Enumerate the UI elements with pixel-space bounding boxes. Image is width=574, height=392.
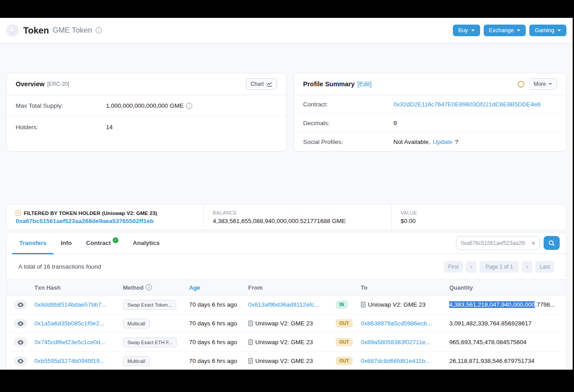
table-row: 0x8dd8b8514bdae57bb7... Swap Exact Token… — [7, 295, 566, 314]
from-contract-name: Uniswap V2: GME 23 — [248, 320, 336, 327]
method-info-icon[interactable]: i — [146, 284, 152, 291]
exchange-button[interactable]: Exchange — [484, 25, 526, 36]
decimals-value: 9 — [393, 120, 397, 126]
max-supply-row: Max Total Supply: 1,000,000,000,000,000 … — [7, 95, 286, 117]
buy-button-label: Buy — [458, 27, 468, 34]
holders-value: 14 — [106, 124, 113, 131]
contract-address-link[interactable]: 0x32dD2E116c7647E0E89603Df221dC6E8B5DDE4… — [393, 101, 540, 108]
col-method-header: Method — [123, 284, 144, 291]
transfers-card: Transfers Info Contract ✓ Analytics × — [6, 232, 566, 370]
buy-button[interactable]: Buy — [453, 25, 480, 36]
overview-card-header: Overview [ERC-20] Chart — [7, 73, 286, 95]
pagination-first-button[interactable]: First — [444, 261, 463, 273]
tab-transfers[interactable]: Transfers — [12, 232, 54, 254]
header-actions: Buy Exchange Gaming — [453, 25, 566, 36]
chevron-down-icon — [557, 30, 561, 31]
page-title: Token — [23, 25, 49, 36]
transfers-table: Txn Hash Method i Age From To Quantity — [7, 279, 566, 370]
transactions-count-text: A total of 16 transactions found — [18, 263, 101, 270]
eye-icon[interactable] — [14, 337, 27, 347]
tab-contract[interactable]: Contract ✓ — [79, 232, 126, 254]
chevron-down-icon — [517, 30, 520, 31]
eye-icon[interactable] — [14, 319, 27, 328]
supply-info-icon[interactable]: i — [186, 103, 192, 109]
page-header: Token GME Token i Buy Exchange Gaming — [0, 18, 573, 43]
filter-holder-section: ▾ FILTERED BY TOKEN HOLDER (Uniswap V2: … — [7, 205, 203, 230]
value-amount: $0.00 — [401, 218, 557, 224]
table-header-row: Txn Hash Method i Age From To Quantity — [7, 279, 566, 295]
summary-cards: Overview [ERC-20] Chart Max — [6, 73, 566, 152]
chevron-down-icon — [549, 83, 552, 85]
document-icon — [248, 358, 253, 364]
age-value: 70 days 6 hrs ago — [189, 301, 248, 308]
txn-hash-link[interactable]: 0x745cdf6ef23e5c1ce0d... — [34, 339, 123, 346]
chart-button[interactable]: Chart — [246, 78, 277, 90]
from-address-link[interactable]: 0x613af9bd36ad9112efc... — [248, 301, 336, 308]
search-button[interactable] — [544, 236, 560, 250]
tab-transfers-label: Transfers — [19, 240, 46, 246]
quantity-value: 26,118,871,938,546.679751734 — [449, 358, 566, 364]
to-contract-name: Uniswap V2: GME 23 — [361, 301, 449, 308]
direction-out-badge: OUT — [336, 357, 353, 365]
social-profiles-row: Social Profiles: Not Available, Update ? — [294, 133, 566, 151]
method-badge[interactable]: Swap Exact ETH F... — [123, 337, 177, 347]
txn-hash-link[interactable]: 0x8dd8b8514bdae57bb7... — [34, 301, 123, 308]
method-badge[interactable]: Multicall — [123, 356, 150, 366]
eye-icon[interactable] — [14, 300, 27, 309]
search-icon — [549, 240, 555, 246]
pagination-next-button[interactable]: › — [522, 261, 532, 273]
pagination-last-button[interactable]: Last — [535, 261, 554, 273]
method-badge[interactable]: Multicall — [123, 319, 150, 329]
from-contract-name: Uniswap V2: GME 23 — [248, 358, 336, 364]
filtered-holder-address-link[interactable]: 0xa67bc51561aef523aa268de9aea53765502ff1… — [16, 218, 194, 224]
direction-out-badge: OUT — [336, 319, 353, 328]
token-reputation-icon[interactable] — [518, 81, 524, 88]
col-to-header: To — [361, 284, 449, 291]
token-info-icon[interactable]: i — [96, 27, 102, 34]
more-button[interactable]: More — [529, 78, 557, 90]
erc20-badge: [ERC-20] — [47, 81, 69, 87]
tab-info[interactable]: Info — [54, 232, 79, 254]
txn-hash-link[interactable]: 0x1a5a6d35b085c1f0e2... — [34, 320, 123, 327]
gaming-button[interactable]: Gaming — [529, 25, 566, 36]
quantity-value: 4,383,561,218,047,940,000,000.7798... — [449, 301, 566, 308]
document-icon — [248, 320, 253, 326]
chevron-down-icon — [471, 30, 475, 31]
filter-title: FILTERED BY TOKEN HOLDER (Uniswap V2: GM… — [24, 211, 157, 216]
tab-analytics[interactable]: Analytics — [126, 232, 167, 254]
contract-verified-icon: ✓ — [113, 237, 118, 243]
document-icon — [361, 302, 366, 308]
to-address-link[interactable]: 0x8638979a5cd5986ecb... — [361, 320, 449, 327]
search-clear-button[interactable]: × — [527, 236, 540, 249]
to-address-link[interactable]: 0x687dc8d66fd81e411b... — [361, 358, 449, 364]
balance-value: 4,383,561,655,088,940,000,000.521771688 … — [213, 218, 382, 224]
table-row: 0xb5595d3274b0949f19... Multicall 70 day… — [7, 352, 566, 370]
filter-icon: ▾ — [16, 211, 21, 216]
col-from-header: From — [248, 284, 336, 291]
profile-card-header: Profile Summary [Edit] More — [294, 73, 566, 95]
filter-value-section: VALUE $0.00 — [391, 205, 566, 230]
value-label: VALUE — [401, 210, 557, 215]
search-input[interactable] — [456, 240, 527, 246]
social-update-link[interactable]: Update — [433, 139, 452, 145]
holders-row: Holders: 14 — [7, 117, 286, 138]
decimals-row: Decimals: 9 — [294, 114, 566, 133]
method-badge[interactable]: Swap Exact Token... — [123, 300, 176, 310]
txn-hash-link[interactable]: 0xb5595d3274b0949f19... — [34, 358, 123, 364]
max-supply-value: 1,000,000,000,000,000 GME — [106, 102, 183, 109]
profile-edit-link[interactable]: [Edit] — [357, 80, 371, 88]
balance-label: BALANCE — [213, 210, 382, 215]
pagination-prev-button[interactable]: ‹ — [466, 261, 477, 273]
col-quantity-header: Quantity — [449, 284, 566, 291]
exchange-button-label: Exchange — [489, 27, 514, 34]
transactions-summary-row: A total of 16 transactions found First ‹… — [7, 254, 566, 279]
tab-info-label: Info — [61, 240, 72, 246]
age-value: 70 days 6 hrs ago — [189, 339, 248, 346]
contract-label: Contract: — [303, 101, 393, 108]
col-age-header[interactable]: Age — [189, 284, 248, 291]
gaming-button-label: Gaming — [535, 27, 554, 34]
eye-icon[interactable] — [14, 356, 27, 366]
table-row: 0x745cdf6ef23e5c1ce0d... Swap Exact ETH … — [7, 333, 566, 352]
to-address-link[interactable]: 0x89a58058383f02711e... — [361, 339, 449, 346]
token-name: GME Token — [52, 26, 92, 35]
